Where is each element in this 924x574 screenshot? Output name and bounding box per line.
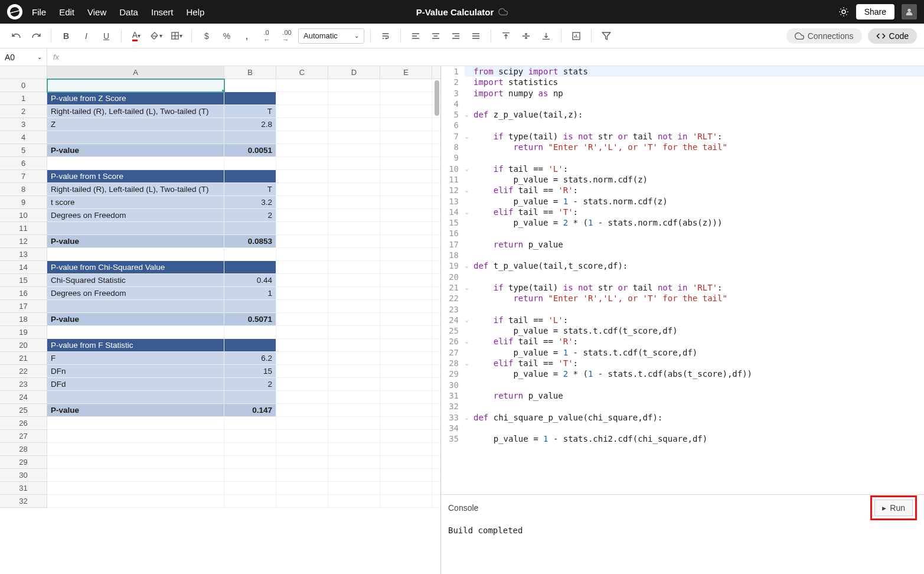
code-text-17[interactable]: return p_value (470, 239, 924, 250)
code-text-35[interactable]: p_value = 1 - stats.chi2.cdf(chi_square,… (470, 433, 924, 444)
align-left-button[interactable] (407, 27, 425, 45)
cell-A4[interactable] (47, 131, 224, 144)
col-header-E[interactable]: E (380, 66, 432, 79)
borders-button[interactable]: ▾ (168, 27, 185, 45)
code-text-15[interactable]: p_value = 2 * (1 - stats.norm.cdf(abs(z)… (470, 217, 924, 228)
cell-E7[interactable] (380, 170, 432, 183)
cell-B24[interactable] (224, 391, 276, 404)
col-header-A[interactable]: A (47, 66, 224, 79)
row-header-4[interactable]: 4 (0, 131, 47, 144)
row-header-24[interactable]: 24 (0, 391, 47, 404)
cell-E23[interactable] (380, 378, 432, 391)
cell-C24[interactable] (276, 391, 328, 404)
cell-E5[interactable] (380, 144, 432, 157)
comma-button[interactable]: , (238, 27, 256, 45)
code-line-18[interactable]: 18 (441, 250, 924, 260)
code-line-5[interactable]: 5⌄def z_p_value(tail,z): (441, 109, 924, 120)
code-text-21[interactable]: if type(tail) is not str or tail not in … (470, 282, 924, 293)
valign-bottom-button[interactable] (537, 27, 555, 45)
cell-C25[interactable] (276, 404, 328, 417)
cell-C7[interactable] (276, 170, 328, 183)
cell-A25[interactable]: P-value (47, 404, 224, 417)
cell-C4[interactable] (276, 131, 328, 144)
menu-file[interactable]: File (32, 7, 46, 17)
cell-B22[interactable]: 15 (224, 365, 276, 378)
code-line-16[interactable]: 16 (441, 228, 924, 239)
cell-C13[interactable] (276, 248, 328, 261)
cell-E4[interactable] (380, 131, 432, 144)
menu-view[interactable]: View (87, 7, 106, 17)
row-header-19[interactable]: 19 (0, 326, 47, 339)
code-line-20[interactable]: 20 (441, 272, 924, 282)
cell-A10[interactable]: Degrees on Freedom (47, 209, 224, 222)
row-header-29[interactable]: 29 (0, 456, 47, 469)
cell-A22[interactable]: DFn (47, 365, 224, 378)
row-header-15[interactable]: 15 (0, 274, 47, 287)
code-text-22[interactable]: return "Enter 'R','L', or 'T' for the ta… (470, 293, 924, 304)
cell-B30[interactable] (224, 469, 276, 482)
cell-B4[interactable] (224, 131, 276, 144)
cell-A26[interactable] (47, 417, 224, 430)
cell-A9[interactable]: t score (47, 196, 224, 209)
cell-B26[interactable] (224, 417, 276, 430)
undo-button[interactable] (7, 27, 25, 45)
cell-C23[interactable] (276, 378, 328, 391)
code-line-22[interactable]: 22 return "Enter 'R','L', or 'T' for the… (441, 293, 924, 304)
cell-A32[interactable] (47, 495, 224, 508)
cell-D28[interactable] (328, 443, 380, 456)
filter-button[interactable] (598, 27, 615, 45)
code-text-9[interactable] (470, 152, 924, 163)
share-button[interactable]: Share (856, 4, 894, 19)
cell-A15[interactable]: Chi-Squared Statistic (47, 274, 224, 287)
cell-A2[interactable]: Right-tailed (R), Left-tailed (L), Two-t… (47, 105, 224, 118)
code-line-7[interactable]: 7⌄ if type(tail) is not str or tail not … (441, 131, 924, 142)
cell-E29[interactable] (380, 456, 432, 469)
code-line-32[interactable]: 32 (441, 401, 924, 412)
menu-insert[interactable]: Insert (151, 7, 174, 17)
fold-marker[interactable]: ⌄ (465, 315, 470, 325)
fold-marker[interactable]: ⌄ (465, 358, 470, 368)
cell-D29[interactable] (328, 456, 380, 469)
code-text-7[interactable]: if type(tail) is not str or tail not in … (470, 131, 924, 142)
row-header-7[interactable]: 7 (0, 170, 47, 183)
cell-C16[interactable] (276, 287, 328, 300)
cell-D16[interactable] (328, 287, 380, 300)
row-header-21[interactable]: 21 (0, 352, 47, 365)
row-header-17[interactable]: 17 (0, 300, 47, 313)
row-header-3[interactable]: 3 (0, 118, 47, 131)
run-button[interactable]: ▸ Run (874, 500, 913, 516)
spreadsheet-grid[interactable]: ABCDE01P-value from Z Score2Right-tailed… (0, 66, 440, 508)
cell-B13[interactable] (224, 248, 276, 261)
code-text-26[interactable]: elif tail == 'R': (470, 336, 924, 347)
cell-E13[interactable] (380, 248, 432, 261)
code-line-33[interactable]: 33⌄def chi_square_p_value(chi_square,df)… (441, 412, 924, 423)
menu-help[interactable]: Help (186, 7, 204, 17)
valign-top-button[interactable] (497, 27, 515, 45)
cell-E15[interactable] (380, 274, 432, 287)
cell-C26[interactable] (276, 417, 328, 430)
cell-A28[interactable] (47, 443, 224, 456)
align-justify-button[interactable] (467, 27, 485, 45)
cell-C1[interactable] (276, 92, 328, 105)
fold-marker[interactable]: ⌄ (465, 207, 470, 217)
cell-A13[interactable] (47, 248, 224, 261)
code-text-10[interactable]: if tail == 'L': (470, 164, 924, 174)
code-line-15[interactable]: 15 p_value = 2 * (1 - stats.norm.cdf(abs… (441, 217, 924, 228)
cell-E22[interactable] (380, 365, 432, 378)
code-line-8[interactable]: 8 return "Enter 'R','L', or 'T' for the … (441, 142, 924, 152)
cell-A12[interactable]: P-value (47, 235, 224, 248)
cell-D22[interactable] (328, 365, 380, 378)
cell-B25[interactable]: 0.147 (224, 404, 276, 417)
code-text-18[interactable] (470, 250, 924, 260)
cell-E2[interactable] (380, 105, 432, 118)
cell-A7[interactable]: P-value from t Score (47, 170, 224, 183)
row-header-28[interactable]: 28 (0, 443, 47, 456)
menu-data[interactable]: Data (119, 7, 138, 17)
user-avatar[interactable] (902, 4, 917, 19)
cell-E19[interactable] (380, 326, 432, 339)
cell-B31[interactable] (224, 482, 276, 495)
cell-A29[interactable] (47, 456, 224, 469)
code-text-34[interactable] (470, 423, 924, 433)
row-header-30[interactable]: 30 (0, 469, 47, 482)
cell-B28[interactable] (224, 443, 276, 456)
